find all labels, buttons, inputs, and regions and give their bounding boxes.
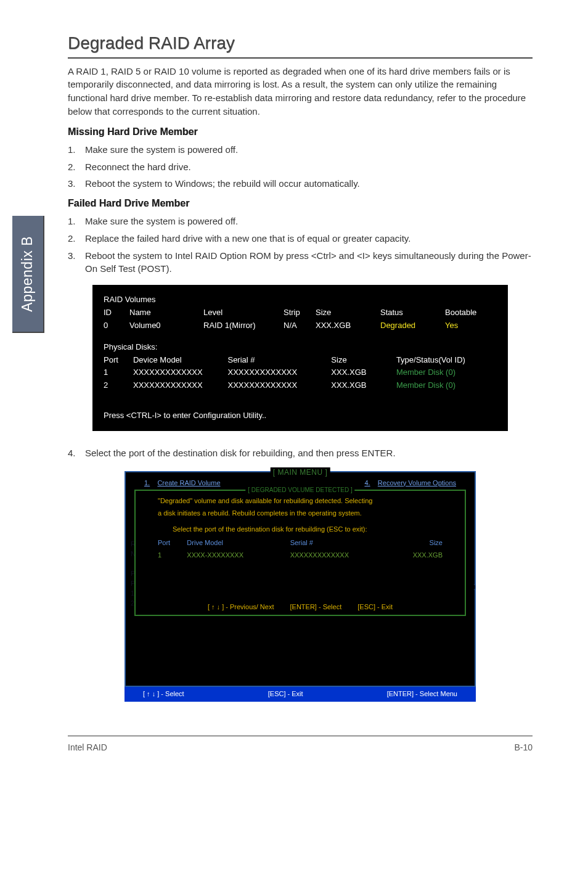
raid-volumes-header: RAID Volumes (104, 294, 156, 306)
footer-left: Intel RAID (68, 741, 107, 754)
physical-row: 2 XXXXXXXXXXXXX XXXXXXXXXXXXX XXX.XGB Me… (104, 379, 497, 392)
missing-header: Missing Hard Drive Member (68, 125, 533, 139)
list-item: 3.Reboot the system to Intel RAID Option… (68, 247, 533, 278)
menu-left: 1. Create RAID Volume (144, 478, 221, 488)
step4-list: 4.Select the port of the destination dis… (68, 445, 533, 462)
list-item: 3.Reboot the system to Windows; the rebu… (68, 175, 533, 192)
menu-right: 4. Recovery Volume Options (364, 478, 456, 488)
sidebar-label: Appendix B (17, 236, 38, 312)
page-title: Degraded RAID Array (68, 31, 533, 59)
physical-row: 1 XXXXXXXXXXXXX XXXXXXXXXXXXX XXX.XGB Me… (104, 366, 497, 379)
degraded-prompt: Select the port of the destination disk … (136, 521, 465, 537)
degraded-dialog-footer: [ ↑ ↓ ] - Previous/ Next [ENTER] - Selec… (136, 602, 465, 612)
degraded-dialog-title: [ DEGRADED VOLUME DETECTED ] (245, 486, 354, 495)
list-item: 1.Make sure the system is powered off. (68, 141, 533, 158)
list-item: 4.Select the port of the destination dis… (68, 445, 533, 462)
page-footer: Intel RAID B-10 (68, 736, 533, 754)
bios-bottom-strip: [ ↑ ↓ ] - Select [ESC] - Exit [ENTER] - … (125, 687, 476, 702)
degraded-table-row[interactable]: 1 XXXX-XXXXXXXX XXXXXXXXXXXXX XXX.XGB (158, 549, 443, 562)
failed-steps-list: 1.Make sure the system is powered off. 2… (68, 213, 533, 277)
physical-columns: Port Device Model Serial # Size Type/Sta… (104, 354, 497, 367)
degraded-table-head: Port Drive Model Serial # Size (158, 537, 443, 549)
degraded-msg2: a disk initiates a rebuild. Rebuild comp… (136, 508, 465, 521)
main-menu-title: [ MAIN MENU ] (271, 467, 330, 478)
missing-steps-list: 1.Make sure the system is powered off. 2… (68, 141, 533, 192)
failed-header: Failed Hard Drive Member (68, 196, 533, 210)
sidebar-tab: Appendix B (12, 216, 44, 333)
raid-status-box: RAID Volumes ID Name Level Strip Size St… (92, 285, 508, 431)
raid-columns: ID Name Level Strip Size Status Bootable (104, 306, 497, 319)
list-item: 2.Reconnect the hard drive. (68, 158, 533, 176)
raid-row: 0 Volume0 RAID 1(Mirror) N/A XXX.XGB Deg… (104, 319, 497, 332)
bios-menu-box: [ MAIN MENU ] 1. Create RAID Volume 4. R… (125, 471, 476, 702)
list-item: 2.Replace the failed hard drive with a n… (68, 230, 533, 247)
footer-right: B-10 (514, 741, 533, 754)
degraded-dialog: [ DEGRADED VOLUME DETECTED ] "Degraded" … (134, 490, 466, 616)
intro-paragraph: A RAID 1, RAID 5 or RAID 10 volume is re… (68, 65, 533, 118)
list-item: 1.Make sure the system is powered off. (68, 213, 533, 230)
physical-disks-header: Physical Disks: (104, 342, 157, 353)
press-ctrl-i-msg: Press <CTRL-I> to enter Configuration Ut… (104, 410, 266, 422)
